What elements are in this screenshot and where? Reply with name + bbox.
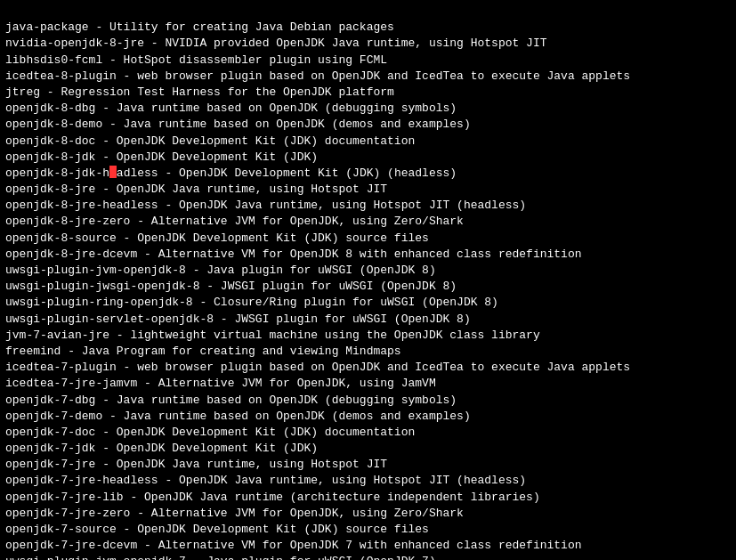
terminal-line: uwsgi-plugin-servlet-openjdk-8 - JWSGI p…	[5, 312, 731, 328]
terminal-line: openjdk-7-demo - Java runtime based on O…	[5, 409, 731, 425]
terminal-line: openjdk-8-jre - OpenJDK Java runtime, us…	[5, 182, 731, 198]
terminal-line: openjdk-7-jdk - OpenJDK Development Kit …	[5, 441, 731, 457]
terminal-line: jtreg - Regression Test Harness for the …	[5, 85, 731, 101]
terminal-line: openjdk-8-jre-headless - OpenJDK Java ru…	[5, 198, 731, 214]
line-text-after: eadless - OpenJDK Development Kit (JDK) …	[109, 166, 457, 180]
terminal-line: openjdk-7-source - OpenJDK Development K…	[5, 522, 731, 538]
terminal-line: icedtea-7-plugin - web browser plugin ba…	[5, 360, 731, 376]
terminal-line: openjdk-8-jre-zero - Alternative JVM for…	[5, 214, 731, 230]
terminal-line: openjdk-7-jre-headless - OpenJDK Java ru…	[5, 473, 731, 489]
terminal-line: openjdk-7-jre - OpenJDK Java runtime, us…	[5, 457, 731, 473]
terminal-line: openjdk-8-dbg - Java runtime based on Op…	[5, 101, 731, 117]
terminal-cursor	[109, 166, 117, 178]
terminal-line: openjdk-8-source - OpenJDK Development K…	[5, 231, 731, 247]
terminal-line: openjdk-8-demo - Java runtime based on O…	[5, 117, 731, 133]
terminal-line: freemind - Java Program for creating and…	[5, 344, 731, 360]
terminal-line: libhsdis0-fcml - HotSpot disassembler pl…	[5, 53, 731, 69]
terminal-line: openjdk-8-doc - OpenJDK Development Kit …	[5, 134, 731, 150]
terminal-line: nvidia-openjdk-8-jre - NVIDIA provided O…	[5, 36, 731, 52]
terminal-line: openjdk-7-jre-zero - Alternative JVM for…	[5, 506, 731, 522]
terminal-line: openjdk-8-jre-dcevm - Alternative VM for…	[5, 247, 731, 263]
terminal-line: icedtea-8-plugin - web browser plugin ba…	[5, 69, 731, 85]
terminal-line: java-package - Utility for creating Java…	[5, 20, 731, 36]
terminal-line: openjdk-8-jdk-headless - OpenJDK Develop…	[5, 166, 731, 182]
line-text-before: openjdk-8-jdk-h	[5, 166, 109, 180]
terminal-line: jvm-7-avian-jre - lightweight virtual ma…	[5, 328, 731, 344]
terminal-line: uwsgi-plugin-jwsgi-openjdk-8 - JWSGI plu…	[5, 279, 731, 295]
terminal-line: openjdk-7-jre-lib - OpenJDK Java runtime…	[5, 490, 731, 506]
terminal-line: icedtea-7-jre-jamvm - Alternative JVM fo…	[5, 376, 731, 392]
terminal-output: java-package - Utility for creating Java…	[5, 4, 731, 560]
terminal-line: uwsgi-plugin-jvm-openjdk-7 - Java plugin…	[5, 554, 731, 560]
terminal-line: uwsgi-plugin-ring-openjdk-8 - Closure/Ri…	[5, 295, 731, 311]
terminal-line: openjdk-7-jre-dcevm - Alternative VM for…	[5, 538, 731, 554]
terminal-line: openjdk-7-dbg - Java runtime based on Op…	[5, 393, 731, 409]
terminal-line: openjdk-7-doc - OpenJDK Development Kit …	[5, 425, 731, 441]
terminal-line: uwsgi-plugin-jvm-openjdk-8 - Java plugin…	[5, 263, 731, 279]
terminal-line: openjdk-8-jdk - OpenJDK Development Kit …	[5, 150, 731, 166]
